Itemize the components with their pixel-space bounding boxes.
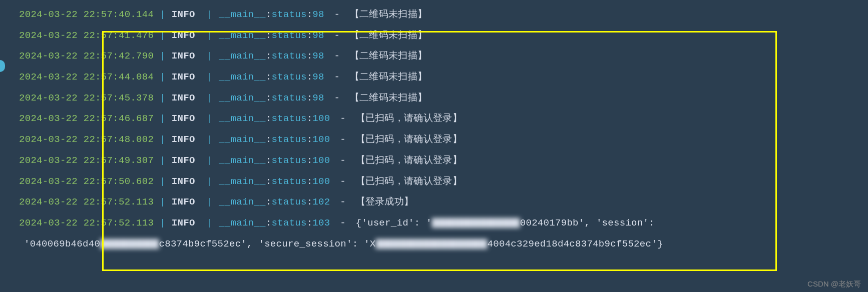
log-message: {'user_id': '▇▇▇▇▇▇▇▇▇▇▇▇▇▇▇00240179bb',… — [356, 218, 655, 228]
redacted-text: ▇▇▇▇▇▇▇▇▇▇▇▇▇▇▇ — [432, 217, 520, 230]
pipe-separator: | — [207, 50, 213, 62]
timestamp: 2024-03-22 22:57:52.113 — [19, 218, 154, 228]
log-line: 2024-03-22 22:57:45.378|INFO |__main__:s… — [0, 88, 868, 108]
line-number: 100 — [312, 155, 330, 166]
line-number: 100 — [312, 176, 330, 187]
pipe-separator: | — [207, 176, 213, 187]
line-number: 98 — [312, 30, 324, 41]
function-name: status — [271, 155, 306, 166]
module-name: __main__ — [219, 9, 266, 20]
timestamp: 2024-03-22 22:57:48.002 — [19, 134, 154, 145]
module-name: __main__ — [219, 72, 266, 82]
timestamp: 2024-03-22 22:57:49.307 — [19, 155, 154, 166]
pipe-separator: | — [207, 30, 213, 41]
pipe-separator: | — [207, 218, 213, 228]
log-level: INFO — [172, 72, 201, 82]
log-line: 2024-03-22 22:57:50.602|INFO |__main__:s… — [0, 171, 868, 192]
log-continuation-line: '040069b46d40▇▇▇▇▇▇▇▇▇▇c8374b9cf552ec', … — [0, 234, 868, 254]
log-message: 【已扫码，请确认登录】 — [356, 113, 462, 124]
watermark-text: CSDN @老妖哥 — [807, 280, 861, 289]
redacted-text: ▇▇▇▇▇▇▇▇▇▇ — [100, 238, 159, 250]
module-name: __main__ — [219, 92, 266, 104]
timestamp: 2024-03-22 22:57:40.144 — [19, 9, 154, 20]
module-name: __main__ — [219, 218, 266, 228]
pipe-separator: | — [160, 30, 166, 41]
module-name: __main__ — [219, 155, 266, 166]
timestamp: 2024-03-22 22:57:42.790 — [19, 50, 154, 62]
pipe-separator: | — [207, 113, 213, 124]
line-number: 98 — [312, 92, 324, 104]
timestamp: 2024-03-22 22:57:41.476 — [19, 30, 154, 41]
timestamp: 2024-03-22 22:57:44.084 — [19, 72, 154, 82]
pipe-separator: | — [207, 9, 213, 20]
log-line: 2024-03-22 22:57:40.144|INFO |__main__:s… — [0, 4, 868, 25]
pipe-separator: | — [160, 196, 166, 208]
pipe-separator: | — [160, 155, 166, 166]
log-message: 【二维码未扫描】 — [350, 30, 427, 41]
function-name: status — [271, 113, 306, 124]
function-name: status — [271, 9, 306, 20]
log-line: 2024-03-22 22:57:49.307|INFO |__main__:s… — [0, 150, 868, 171]
redacted-text: ▇▇▇▇▇▇▇▇▇▇▇▇▇▇▇▇▇▇▇ — [375, 238, 487, 250]
timestamp: 2024-03-22 22:57:50.602 — [19, 176, 154, 187]
log-line: 2024-03-22 22:57:46.687|INFO |__main__:s… — [0, 108, 868, 129]
line-number: 100 — [312, 134, 330, 145]
pipe-separator: | — [160, 176, 166, 187]
pipe-separator: | — [160, 92, 166, 104]
log-level: INFO — [172, 218, 201, 228]
pipe-separator: | — [160, 218, 166, 228]
log-level: INFO — [172, 9, 201, 20]
function-name: status — [271, 50, 306, 62]
function-name: status — [271, 196, 306, 208]
line-number: 98 — [312, 50, 324, 62]
module-name: __main__ — [219, 196, 266, 208]
log-line: 2024-03-22 22:57:41.476|INFO |__main__:s… — [0, 25, 868, 46]
function-name: status — [271, 218, 306, 228]
pipe-separator: | — [160, 50, 166, 62]
function-name: status — [271, 176, 306, 187]
module-name: __main__ — [219, 30, 266, 41]
log-level: INFO — [172, 155, 201, 166]
pipe-separator: | — [160, 9, 166, 20]
function-name: status — [271, 134, 306, 145]
log-line: 2024-03-22 22:57:52.113|INFO |__main__:s… — [0, 192, 868, 212]
log-output: 2024-03-22 22:57:40.144|INFO |__main__:s… — [0, 4, 868, 254]
pipe-separator: | — [207, 92, 213, 104]
timestamp: 2024-03-22 22:57:52.113 — [19, 196, 154, 208]
log-message: 【登录成功】 — [356, 196, 414, 208]
function-name: status — [271, 72, 306, 82]
pipe-separator: | — [160, 72, 166, 82]
log-message: 【已扫码，请确认登录】 — [356, 155, 462, 166]
log-message: 【二维码未扫描】 — [350, 72, 427, 82]
pipe-separator: | — [207, 72, 213, 82]
log-line: 2024-03-22 22:57:42.790|INFO |__main__:s… — [0, 46, 868, 66]
log-line: 2024-03-22 22:57:44.084|INFO |__main__:s… — [0, 66, 868, 88]
line-number: 98 — [312, 9, 324, 20]
module-name: __main__ — [219, 134, 266, 145]
pipe-separator: | — [207, 196, 213, 208]
module-name: __main__ — [219, 50, 266, 62]
line-number: 98 — [312, 72, 324, 82]
log-message: 【已扫码，请确认登录】 — [356, 134, 462, 145]
pipe-separator: | — [160, 113, 166, 124]
log-line: 2024-03-22 22:57:52.113|INFO |__main__:s… — [0, 212, 868, 234]
log-line: 2024-03-22 22:57:48.002|INFO |__main__:s… — [0, 129, 868, 150]
log-message: 【二维码未扫描】 — [350, 50, 427, 62]
line-number: 102 — [312, 196, 330, 208]
log-level: INFO — [172, 92, 201, 104]
timestamp: 2024-03-22 22:57:46.687 — [19, 113, 154, 124]
log-message: 【二维码未扫描】 — [350, 92, 427, 104]
line-number: 103 — [312, 218, 330, 228]
log-level: INFO — [172, 196, 201, 208]
timestamp: 2024-03-22 22:57:45.378 — [19, 92, 154, 104]
module-name: __main__ — [219, 176, 266, 187]
log-message: 【已扫码，请确认登录】 — [356, 176, 462, 187]
log-level: INFO — [172, 134, 201, 145]
log-level: INFO — [172, 176, 201, 187]
log-level: INFO — [172, 30, 201, 41]
pipe-separator: | — [207, 134, 213, 145]
function-name: status — [271, 92, 306, 104]
pipe-separator: | — [207, 155, 213, 166]
line-number: 100 — [312, 113, 330, 124]
module-name: __main__ — [219, 113, 266, 124]
